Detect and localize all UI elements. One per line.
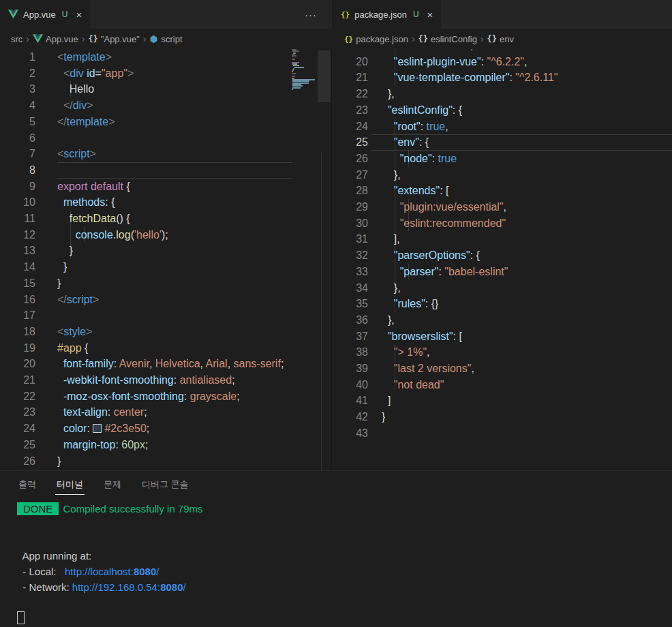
code-text: export default { xyxy=(57,179,292,195)
terminal-link[interactable]: / xyxy=(156,566,159,577)
code-line[interactable]: 36 }, xyxy=(332,312,672,328)
panel-tab-debug-console[interactable]: 디버그 콘솔 xyxy=(140,472,190,494)
code-line[interactable]: 39 "last 2 versions", xyxy=(332,361,672,377)
code-line[interactable]: 23 text-align: center; xyxy=(0,404,331,420)
code-line[interactable]: 33 "parser": "babel-eslint" xyxy=(332,264,672,280)
code-line[interactable]: 11 fetchData() { xyxy=(0,211,331,227)
code-line[interactable]: 8 xyxy=(0,162,331,179)
line-number: 22 xyxy=(332,86,368,102)
code-text: margin-top: 60px; xyxy=(57,437,292,453)
breadcrumb-separator-icon: › xyxy=(411,33,416,44)
code-line[interactable]: 40 "not dead" xyxy=(332,377,672,393)
terminal-line: - Network: http://192.168.0.54:8080/ xyxy=(17,579,186,595)
code-line[interactable]: 26 "node": true xyxy=(332,151,672,167)
code-line[interactable]: 14 } xyxy=(0,259,331,275)
code-line[interactable]: 19 "eslint": "^6.7.2", xyxy=(332,49,672,54)
code-line[interactable]: 6 xyxy=(0,130,331,147)
code-line[interactable]: 25 margin-top: 60px; xyxy=(0,437,331,453)
scrollbar-slider[interactable] xyxy=(318,50,331,102)
code-line[interactable]: 35 "rules": {} xyxy=(332,296,672,312)
code-line[interactable]: 17 xyxy=(0,307,331,324)
code-line[interactable]: 9export default { xyxy=(0,179,331,195)
code-text: } xyxy=(57,259,292,275)
code-line[interactable]: 25 "env": { xyxy=(332,134,672,151)
code-text: -moz-osx-font-smoothing: grayscale; xyxy=(57,388,292,405)
code-text: "not dead" xyxy=(382,377,444,393)
terminal-link[interactable]: / xyxy=(183,581,186,593)
breadcrumb-item-app-vue[interactable]: App.vue xyxy=(33,34,78,44)
breadcrumb-item-src[interactable]: src xyxy=(11,34,22,44)
line-number: 6 xyxy=(0,130,35,147)
minimap-line xyxy=(292,55,296,57)
code-line[interactable]: 29 "plugin:vue/essential", xyxy=(332,199,672,215)
code-line[interactable]: 41 ] xyxy=(332,393,672,409)
code-line[interactable]: 5</template> xyxy=(0,114,331,130)
code-line[interactable]: 34 }, xyxy=(332,280,672,296)
tab-label: App.vue xyxy=(23,10,56,20)
code-text: </div> xyxy=(57,97,292,114)
breadcrumb-item-package-json[interactable]: {}package.json xyxy=(344,34,408,44)
code-line[interactable]: 27 }, xyxy=(332,167,672,183)
code-line[interactable]: 28 "extends": [ xyxy=(332,183,672,199)
code-line[interactable]: 24 color: #2c3e50; xyxy=(0,420,331,437)
code-line[interactable]: 10 methods: { xyxy=(0,194,331,211)
close-tab-icon[interactable]: × xyxy=(76,9,82,20)
code-line[interactable]: 19#app { xyxy=(0,340,331,356)
code-line[interactable]: 37 "browserslist": [ xyxy=(332,328,672,345)
code-line[interactable]: 30 "eslint:recommended" xyxy=(332,215,672,232)
code-line[interactable]: 21 -webkit-font-smoothing: antialiased; xyxy=(0,372,331,388)
panel-tab-output[interactable]: 출력 xyxy=(17,472,37,494)
code-line[interactable]: 1<template> xyxy=(0,49,331,65)
tab-package-json[interactable]: {} package.json U × xyxy=(333,0,441,29)
terminal-link-port[interactable]: 8080 xyxy=(134,566,156,577)
code-line[interactable]: 4 </div> xyxy=(0,97,331,114)
code-editor-package-json[interactable]: 19 "eslint": "^6.7.2",20 "eslint-plugin-… xyxy=(332,49,672,470)
terminal-link-port[interactable]: 8080 xyxy=(160,581,183,593)
terminal-link[interactable]: http://192.168.0.54: xyxy=(72,581,160,593)
breadcrumb-item-env[interactable]: {}env xyxy=(487,34,514,44)
panel-tab-problems[interactable]: 문제 xyxy=(102,472,123,494)
code-line[interactable]: 15} xyxy=(0,275,331,292)
line-number: 5 xyxy=(0,114,35,130)
tab-app-vue[interactable]: App.vue U × xyxy=(0,0,90,29)
code-line[interactable]: 13 } xyxy=(0,243,331,259)
code-line[interactable]: 12 console.log('hello'); xyxy=(0,227,331,243)
code-line[interactable]: 21 "vue-template-compiler": "^2.6.11" xyxy=(332,70,672,86)
terminal-line: DONE Compiled successfully in 79ms xyxy=(17,501,203,517)
code-line[interactable]: 7<script> xyxy=(0,146,331,162)
breadcrumb-item-script[interactable]: script xyxy=(149,34,182,44)
code-line[interactable]: 18<style> xyxy=(0,324,331,340)
code-text: "node": true xyxy=(382,151,457,167)
code-text: <div id="app"> xyxy=(57,65,292,82)
breadcrumb-separator-icon: › xyxy=(480,33,485,44)
code-line[interactable]: 23 "eslintConfig": { xyxy=(332,102,672,119)
breadcrumb-item-eslintconfig[interactable]: {}eslintConfig xyxy=(418,34,477,44)
code-line[interactable]: 26} xyxy=(0,453,331,470)
code-line[interactable]: 31 ], xyxy=(332,231,672,247)
line-number: 40 xyxy=(332,377,368,393)
code-line[interactable]: 20 "eslint-plugin-vue": "^6.2.2", xyxy=(332,54,672,70)
code-line[interactable]: 24 "root": true, xyxy=(332,119,672,135)
code-line[interactable]: 42} xyxy=(332,409,672,425)
close-tab-icon[interactable]: × xyxy=(427,9,433,20)
code-line[interactable]: 16</script> xyxy=(0,292,331,308)
code-line[interactable]: 22 -moz-osx-font-smoothing: grayscale; xyxy=(0,388,331,405)
panel-tab-terminal[interactable]: 터미널 xyxy=(55,472,85,495)
vscode-window: App.vue U × ··· {} package.json U × src›… xyxy=(0,0,672,627)
code-line[interactable]: 43 xyxy=(332,425,672,442)
line-number: 33 xyxy=(332,264,368,280)
editor-more-actions-button[interactable]: ··· xyxy=(305,0,317,29)
code-line[interactable]: 20 font-family: Avenir, Helvetica, Arial… xyxy=(0,356,331,372)
terminal-link[interactable]: http://localhost: xyxy=(65,566,134,577)
code-editor-app-vue[interactable]: 1<template>2 <div id="app">3 Hello4 </di… xyxy=(0,49,332,470)
minimap[interactable] xyxy=(292,49,316,470)
code-line[interactable]: 38 "> 1%", xyxy=(332,344,672,361)
code-line[interactable]: 3 Hello xyxy=(0,81,331,97)
bottom-panel: 출력터미널문제디버그 콘솔 DONE Compiled successfully… xyxy=(0,470,672,627)
code-text: "eslintConfig": { xyxy=(382,102,462,119)
code-line[interactable]: 32 "parserOptions": { xyxy=(332,247,672,264)
breadcrumb-item--app-vue-[interactable]: {}"App.vue" xyxy=(88,34,139,44)
line-number: 16 xyxy=(0,292,35,308)
code-line[interactable]: 2 <div id="app"> xyxy=(0,65,331,82)
code-line[interactable]: 22 }, xyxy=(332,86,672,102)
